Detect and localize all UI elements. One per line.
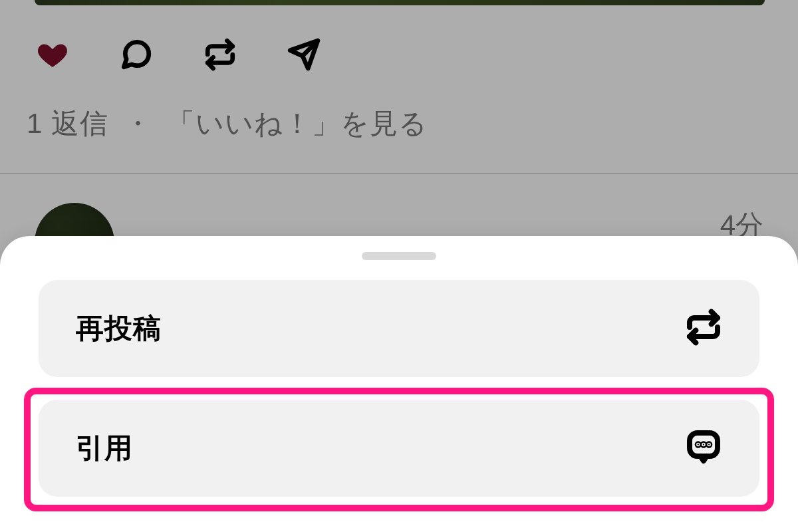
repost-option-label: 再投稿 (76, 310, 162, 347)
repost-option[interactable]: 再投稿 (39, 280, 759, 377)
svg-point-2 (703, 444, 704, 445)
svg-point-1 (698, 444, 699, 445)
svg-point-3 (708, 444, 710, 445)
repost-icon (685, 309, 722, 348)
repost-options-sheet: 再投稿 引用 (0, 236, 798, 532)
quote-option-label: 引用 (76, 430, 133, 467)
quote-option[interactable]: 引用 (39, 400, 759, 497)
sheet-grab-handle[interactable] (362, 252, 436, 260)
quote-icon (685, 428, 722, 468)
